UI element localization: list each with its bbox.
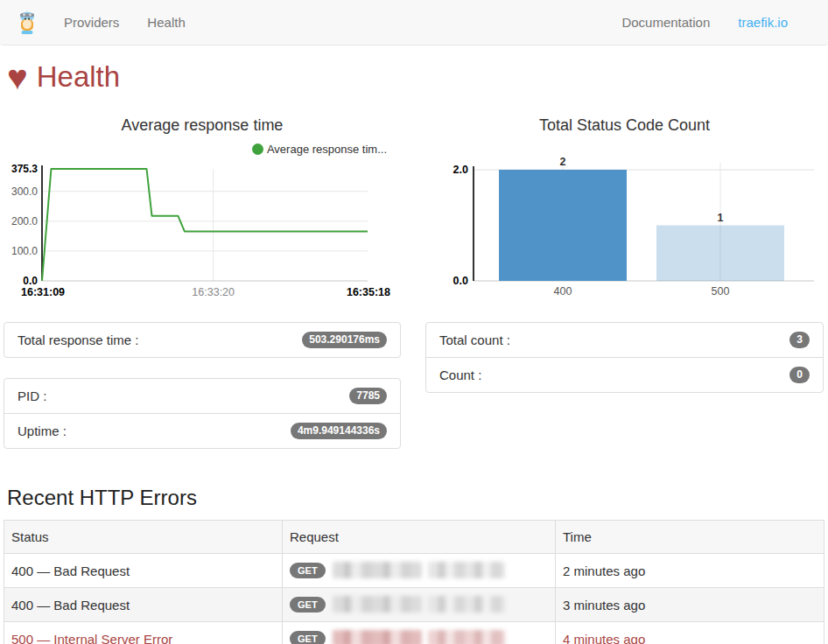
process-info-panel: PID : 7785 Uptime : 4m9.949144336s	[4, 378, 401, 449]
redacted-request-url	[428, 596, 505, 612]
line-chart-legend: Average response tim...	[4, 140, 401, 158]
svg-text:300.0: 300.0	[11, 186, 38, 198]
top-navbar: Providers Health Documentation traefik.i…	[0, 0, 828, 46]
error-time: 3 minutes ago	[563, 598, 645, 612]
svg-text:16:35:18: 16:35:18	[347, 286, 390, 298]
error-status: 500 — Internal Server Error	[11, 632, 172, 644]
error-status: 400 — Bad Request	[11, 564, 130, 578]
response-time-column: Average response time Average response t…	[4, 100, 401, 449]
heart-icon: ♥	[7, 58, 28, 96]
col-request: Request	[283, 521, 556, 554]
col-status: Status	[4, 521, 283, 554]
error-time: 2 minutes ago	[563, 564, 645, 578]
svg-text:16:33:20: 16:33:20	[192, 286, 235, 298]
page-title: ♥Health	[7, 56, 821, 98]
svg-text:100.0: 100.0	[11, 245, 38, 257]
svg-text:2.0: 2.0	[453, 164, 468, 176]
svg-text:200.0: 200.0	[11, 215, 38, 228]
traefik-logo[interactable]	[0, 10, 50, 35]
pid-row: PID : 7785	[4, 379, 400, 413]
svg-text:500: 500	[712, 285, 730, 298]
total-count-label: Total count :	[439, 332, 510, 348]
svg-text:375.3: 375.3	[11, 163, 38, 175]
svg-text:16:31:09: 16:31:09	[21, 286, 65, 298]
status-code-column: Total Status Code Count 240015002.00.0 T…	[425, 100, 824, 449]
traefik-mascot-icon	[17, 10, 38, 35]
counts-panel: Total count : 3 Count : 0	[425, 322, 824, 393]
uptime-label: Uptime :	[18, 423, 67, 439]
error-row: 400 — Bad Request GET 2 minutes ago	[4, 554, 824, 588]
count-label: Count :	[439, 367, 481, 383]
total-count-badge: 3	[789, 332, 810, 348]
line-chart-title: Average response time	[4, 114, 401, 136]
status-code-chart: 240015002.00.0	[425, 158, 824, 301]
error-status: 400 — Bad Request	[11, 598, 130, 612]
svg-text:0.0: 0.0	[23, 275, 38, 287]
legend-marker	[252, 144, 263, 155]
error-row: 500 — Internal Server Error GET 4 minute…	[4, 622, 824, 644]
redacted-request-url	[333, 630, 422, 644]
svg-text:1: 1	[718, 212, 724, 224]
uptime-badge: 4m9.949144336s	[291, 423, 387, 439]
error-row: 400 — Bad Request GET 3 minutes ago	[4, 588, 824, 622]
nav-item-traefik-io[interactable]: traefik.io	[724, 0, 802, 46]
nav-item-documentation[interactable]: Documentation	[607, 0, 724, 46]
count-badge: 0	[789, 367, 810, 383]
svg-text:2: 2	[560, 158, 566, 168]
errors-header-row: Status Request Time	[4, 521, 824, 554]
nav-item-health[interactable]: Health	[133, 0, 199, 46]
redacted-request-url	[428, 562, 505, 578]
count-row: Count : 0	[426, 357, 823, 392]
total-response-time-row: Total response time : 503.290176ms	[4, 323, 400, 357]
method-badge: GET	[290, 631, 326, 644]
errors-table: Status Request Time 400 — Bad Request GE…	[4, 520, 824, 644]
nav-left-links: Providers Health	[50, 0, 200, 46]
method-badge: GET	[290, 597, 326, 612]
pid-badge: 7785	[349, 388, 387, 404]
svg-text:400: 400	[554, 285, 572, 298]
legend-label: Average response tim...	[267, 143, 387, 156]
total-response-time-panel: Total response time : 503.290176ms	[4, 322, 401, 358]
pid-label: PID :	[18, 388, 46, 404]
col-time: Time	[556, 521, 824, 554]
method-badge: GET	[290, 563, 326, 578]
uptime-row: Uptime : 4m9.949144336s	[4, 413, 400, 448]
error-time: 4 minutes ago	[563, 632, 645, 644]
response-time-chart: 375.3300.0200.0100.00.016:31:0916:33:201…	[4, 158, 401, 301]
bar-chart-title: Total Status Code Count	[425, 114, 824, 136]
redacted-request-url	[428, 630, 505, 644]
page-title-text: Health	[37, 60, 120, 93]
redacted-request-url	[333, 562, 422, 578]
redacted-request-url	[333, 596, 422, 612]
total-count-row: Total count : 3	[426, 323, 823, 357]
total-response-time-badge: 503.290176ms	[302, 332, 387, 348]
svg-text:0.0: 0.0	[453, 275, 468, 287]
total-response-time-label: Total response time :	[18, 332, 138, 348]
nav-right-links: Documentation traefik.io	[607, 0, 828, 46]
nav-item-providers[interactable]: Providers	[50, 0, 133, 46]
recent-errors-heading: Recent HTTP Errors	[7, 484, 821, 512]
chart-spacer	[425, 136, 824, 158]
